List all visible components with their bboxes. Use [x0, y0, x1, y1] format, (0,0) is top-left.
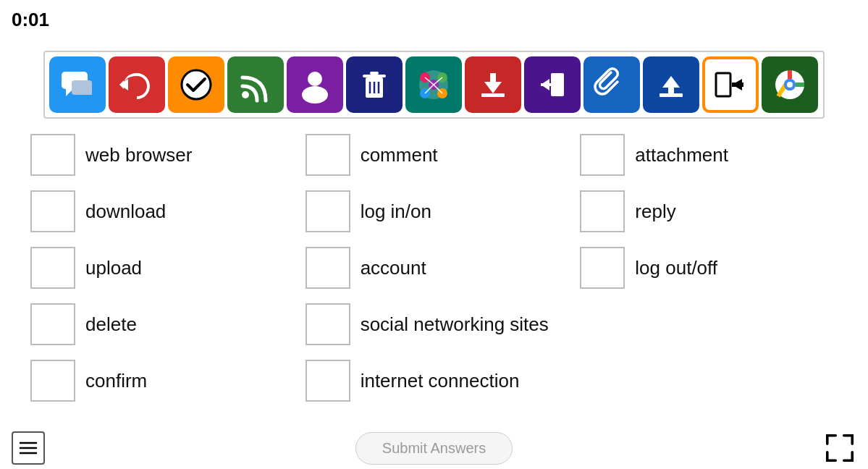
match-label: comment	[361, 144, 438, 166]
match-label: account	[361, 257, 426, 279]
svg-rect-35	[716, 73, 730, 96]
icon-undo[interactable]	[109, 56, 165, 113]
icon-social-networking[interactable]	[405, 56, 462, 113]
svg-point-6	[242, 91, 249, 98]
match-dropbox[interactable]	[30, 190, 75, 232]
icon-web-browser[interactable]	[762, 56, 818, 113]
icon-confirm[interactable]	[168, 56, 224, 113]
match-label: log out/off	[635, 257, 717, 279]
match-label: web browser	[85, 144, 192, 166]
svg-rect-37	[732, 83, 743, 87]
icon-logout[interactable]	[702, 56, 759, 113]
fullscreen-button[interactable]	[823, 431, 856, 465]
match-dropbox[interactable]	[306, 134, 350, 176]
column-3: attachment reply log out/off	[571, 127, 846, 409]
svg-point-41	[787, 82, 793, 88]
match-row: confirm	[22, 352, 297, 409]
svg-marker-32	[662, 76, 680, 88]
match-label: social networking sites	[361, 313, 549, 336]
match-row: internet connection	[297, 352, 572, 409]
icon-attachment[interactable]	[583, 56, 640, 113]
svg-rect-10	[363, 75, 386, 77]
matching-area: web browser download upload delete confi…	[22, 127, 846, 409]
icon-upload[interactable]	[643, 56, 699, 113]
svg-rect-30	[541, 83, 552, 86]
match-dropbox[interactable]	[580, 190, 625, 232]
match-row: delete	[22, 296, 297, 352]
match-dropbox[interactable]	[306, 247, 350, 289]
match-row: download	[22, 183, 297, 240]
match-row: social networking sites	[297, 296, 572, 352]
svg-point-7	[308, 72, 322, 86]
svg-point-8	[302, 86, 328, 103]
match-row: upload	[22, 240, 297, 296]
match-row: log out/off	[571, 240, 846, 296]
icon-strip	[43, 51, 825, 119]
menu-button[interactable]	[12, 431, 45, 465]
icon-delete[interactable]	[346, 56, 403, 113]
icon-rss[interactable]	[227, 56, 284, 113]
match-dropbox[interactable]	[306, 190, 350, 232]
match-dropbox[interactable]	[30, 134, 75, 176]
match-dropbox[interactable]	[30, 247, 75, 289]
match-dropbox[interactable]	[306, 303, 350, 345]
icon-login[interactable]	[524, 56, 581, 113]
svg-rect-26	[490, 73, 496, 85]
match-row: log in/on	[297, 183, 572, 240]
icon-download[interactable]	[465, 56, 521, 113]
icon-account[interactable]	[287, 56, 343, 113]
match-dropbox[interactable]	[580, 247, 625, 289]
match-label: confirm	[85, 370, 147, 392]
svg-rect-27	[481, 93, 505, 97]
match-label: download	[85, 200, 166, 223]
match-row: reply	[571, 183, 846, 240]
column-1: web browser download upload delete confi…	[22, 127, 297, 409]
match-label: delete	[85, 313, 137, 336]
match-dropbox[interactable]	[30, 303, 75, 345]
timer: 0:01	[12, 9, 49, 31]
match-row: account	[297, 240, 572, 296]
match-dropbox[interactable]	[306, 360, 350, 402]
bottom-bar: Submit Answers	[0, 427, 868, 469]
svg-rect-28	[551, 73, 564, 96]
match-row: web browser	[22, 127, 297, 183]
match-label: log in/on	[361, 200, 431, 223]
match-label: reply	[635, 200, 675, 223]
submit-button[interactable]: Submit Answers	[355, 432, 513, 465]
match-dropbox[interactable]	[580, 134, 625, 176]
icon-comment[interactable]	[49, 56, 106, 113]
match-row: comment	[297, 127, 572, 183]
match-row: attachment	[571, 127, 846, 183]
svg-rect-11	[370, 72, 379, 75]
match-label: internet connection	[361, 370, 520, 392]
column-2: comment log in/on account social network…	[297, 127, 572, 409]
match-label: upload	[85, 257, 142, 279]
match-dropbox[interactable]	[30, 360, 75, 402]
svg-rect-34	[660, 93, 683, 97]
match-label: attachment	[635, 144, 728, 166]
